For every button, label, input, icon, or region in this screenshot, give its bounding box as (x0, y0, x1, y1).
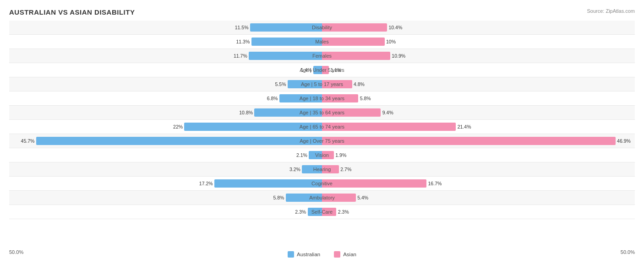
value-left: 11.5% (235, 25, 249, 30)
row-label: Age | 18 to 34 years (300, 96, 344, 101)
right-side: 10.9% (322, 49, 635, 63)
value-left: 11.3% (236, 39, 250, 44)
chart-row: 2.3%Self-Care2.3% (9, 205, 635, 219)
chart-row: 1.4%Age | Under 5 years1.1% (9, 63, 635, 77)
value-right: 16.7% (428, 181, 442, 186)
row-label: Age | Over 75 years (300, 138, 344, 144)
australian-label: Australian (297, 252, 320, 257)
chart-container: AUSTRALIAN VS ASIAN DISABILITY Source: Z… (0, 0, 644, 280)
value-left: 11.7% (234, 53, 247, 59)
right-side: 16.7% (322, 177, 635, 190)
chart-row: 5.5%Age | 5 to 17 years4.8% (9, 77, 635, 92)
chart-row: 10.8%Age | 35 to 64 years9.4% (9, 106, 635, 120)
value-left: 3.2% (289, 167, 300, 172)
bar-left (36, 137, 322, 145)
chart-area: 11.5%Disability10.4%11.3%Males10%11.7%Fe… (9, 21, 635, 247)
right-side: 10% (322, 35, 635, 48)
row-label: Age | 65 to 74 years (300, 124, 344, 129)
row-label: Ambulatory (309, 195, 335, 200)
right-side: 1.9% (322, 148, 635, 162)
left-side: 2.1% (9, 148, 322, 162)
bar-right (322, 137, 616, 145)
row-label: Vision (315, 152, 329, 158)
row-label: Hearing (313, 167, 331, 172)
value-right: 1.9% (335, 152, 346, 158)
left-side: 5.8% (9, 191, 322, 205)
chart-row: 6.8%Age | 18 to 34 years5.8% (9, 92, 635, 106)
value-right: 2.7% (340, 167, 351, 172)
chart-title: AUSTRALIAN VS ASIAN DISABILITY (9, 8, 635, 16)
value-left: 2.3% (295, 209, 306, 215)
bar-left (249, 52, 322, 60)
row-label: Females (312, 53, 332, 59)
chart-row: 11.7%Females10.9% (9, 49, 635, 63)
legend: Australian Asian (288, 251, 356, 258)
value-left: 2.1% (296, 152, 307, 158)
row-label: Age | 5 to 17 years (301, 81, 343, 87)
value-left: 17.2% (199, 181, 213, 186)
right-side: 5.4% (322, 191, 635, 205)
value-right: 10% (386, 39, 396, 44)
left-side: 10.8% (9, 106, 322, 119)
left-side: 22% (9, 120, 322, 134)
row-label: Self-Care (311, 209, 333, 215)
left-side: 11.7% (9, 49, 322, 63)
chart-row: 45.7%Age | Over 75 years46.9% (9, 134, 635, 148)
chart-row: 3.2%Hearing2.7% (9, 162, 635, 177)
value-right: 46.9% (617, 138, 631, 144)
right-side: 9.4% (322, 106, 635, 119)
value-right: 4.8% (354, 81, 365, 87)
bottom-labels: 50.0% Australian Asian 50.0% (9, 249, 635, 258)
left-side: 5.5% (9, 77, 322, 91)
chart-row: 17.2%Cognitive16.7% (9, 177, 635, 191)
left-side: 1.4% (9, 63, 322, 77)
bar-right (322, 38, 385, 46)
chart-row: 11.3%Males10% (9, 35, 635, 49)
value-left: 22% (173, 124, 183, 129)
row-label: Disability (312, 25, 332, 30)
row-label: Age | 35 to 64 years (300, 110, 344, 115)
source-label: Source: ZipAtlas.com (587, 8, 635, 14)
left-side: 6.8% (9, 92, 322, 105)
bar-left (214, 179, 322, 188)
value-right: 2.3% (338, 209, 349, 215)
value-left: 45.7% (21, 138, 35, 144)
value-right: 10.4% (388, 25, 402, 30)
bar-left (251, 38, 322, 46)
right-side: 5.8% (322, 92, 635, 105)
chart-row: 5.8%Ambulatory5.4% (9, 191, 635, 205)
right-side: 21.4% (322, 120, 635, 134)
left-side: 11.5% (9, 21, 322, 34)
value-right: 9.4% (382, 110, 393, 115)
bottom-left: 50.0% (9, 249, 23, 258)
right-side: 1.1% (322, 63, 635, 77)
value-left: 10.8% (239, 110, 253, 115)
value-right: 21.4% (458, 124, 471, 129)
row-label: Cognitive (311, 181, 333, 186)
left-side: 45.7% (9, 134, 322, 148)
right-side: 10.4% (322, 21, 635, 34)
chart-row: 11.5%Disability10.4% (9, 21, 635, 35)
bottom-right: 50.0% (621, 249, 635, 258)
left-side: 17.2% (9, 177, 322, 190)
australian-color-box (288, 251, 294, 258)
row-label: Males (315, 39, 328, 44)
left-side: 11.3% (9, 35, 322, 48)
right-side: 4.8% (322, 77, 635, 91)
right-side: 46.9% (322, 134, 635, 148)
legend-australian: Australian (288, 251, 320, 258)
legend-asian: Asian (334, 251, 356, 258)
left-side: 2.3% (9, 205, 322, 219)
value-right: 5.4% (357, 195, 368, 200)
chart-row: 22%Age | 65 to 74 years21.4% (9, 120, 635, 134)
bar-right (322, 179, 426, 188)
value-left: 5.8% (273, 195, 284, 200)
chart-row: 2.1%Vision1.9% (9, 148, 635, 162)
left-side: 3.2% (9, 162, 322, 176)
right-side: 2.7% (322, 162, 635, 176)
asian-color-box (334, 251, 340, 258)
right-side: 2.3% (322, 205, 635, 219)
value-left: 6.8% (267, 96, 278, 101)
value-right: 5.8% (360, 96, 371, 101)
bar-left (250, 23, 322, 32)
